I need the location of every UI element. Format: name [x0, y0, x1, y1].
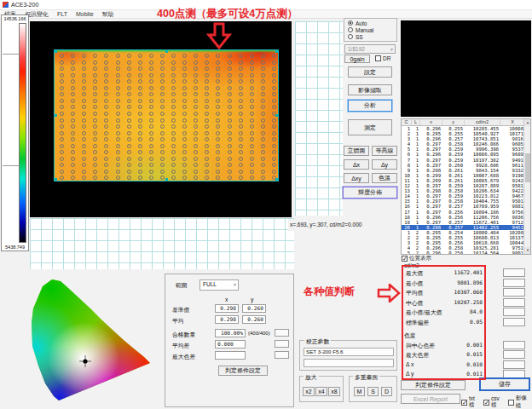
judge-condition-button-mid[interactable]: 判定條件設定 [218, 366, 268, 376]
selection-handle[interactable] [55, 114, 57, 117]
judge-condition-button[interactable]: 判定條件設定 [401, 380, 466, 390]
settings-button[interactable]: 設定 [348, 66, 392, 78]
menu-mobile[interactable]: Mobile [76, 11, 94, 17]
selection-handle[interactable] [55, 50, 57, 53]
zoom-group: 放大 x2 x4 x8 [299, 376, 344, 402]
measure-point [82, 131, 86, 135]
measure-point [239, 131, 243, 135]
measure-point [138, 170, 142, 174]
scroll-down-icon[interactable]: ▼ [524, 247, 531, 254]
excel-report-button[interactable]: Excel Report [401, 394, 460, 404]
surface3d-button[interactable]: 立體圖 [344, 146, 369, 156]
judge-box [503, 360, 525, 369]
measure-point [194, 176, 198, 180]
measure-point [138, 163, 142, 167]
color-temp-button[interactable]: 色溫 [372, 173, 397, 183]
selection-handle[interactable] [55, 178, 57, 181]
measure-point [71, 105, 75, 109]
export-check[interactable]: ✓txt檔 [461, 395, 480, 409]
delta-x-button[interactable]: Δx [344, 159, 369, 170]
measure-point [116, 176, 120, 180]
save-button[interactable]: 儲存 [480, 378, 529, 390]
export-check[interactable]: 影像檔 [508, 395, 532, 409]
measure-point [71, 66, 75, 71]
scroll-thumb[interactable] [525, 153, 530, 182]
delta-xy-button[interactable]: Δxy [344, 173, 369, 183]
exposure-value: 1/8192 [348, 46, 365, 52]
multi-s-button[interactable]: S [367, 387, 379, 396]
zoom-x4-button[interactable]: x4 [315, 387, 327, 396]
capture-image-button[interactable]: 影像擷取 [348, 84, 392, 95]
judge-box [275, 340, 289, 348]
measure-point [194, 137, 198, 141]
delta-y-button[interactable]: Δy [372, 159, 397, 170]
contour-button[interactable]: 等高線 [372, 146, 397, 156]
selection-handle[interactable] [275, 114, 278, 117]
reference-y-field[interactable]: 0.260 [242, 304, 266, 313]
dr-checkbox[interactable] [375, 55, 381, 61]
measure-point [171, 66, 176, 71]
zero-gain-button[interactable]: 0gain [344, 55, 370, 63]
exposure-select[interactable]: 1/8192▼ [344, 44, 396, 54]
radio-ss[interactable]: SS [344, 33, 396, 40]
measure-point [216, 92, 220, 96]
measure-point [250, 105, 254, 109]
measure-point [138, 54, 142, 58]
average-x-field[interactable]: 0.298 [215, 315, 239, 324]
right-arrow-icon [377, 284, 401, 302]
measure-point [194, 73, 198, 78]
measure-point [272, 131, 276, 135]
radio-icon[interactable] [348, 27, 353, 32]
menu-flt[interactable]: FLT [57, 11, 67, 17]
scroll-up-icon[interactable]: ▲ [524, 119, 531, 126]
measure-point [261, 105, 265, 109]
multi-d-button[interactable]: D [381, 387, 392, 396]
radio-manual[interactable]: Manual [344, 26, 396, 33]
measure-point [205, 176, 209, 180]
measure-point [228, 150, 232, 154]
measure-point [272, 137, 276, 141]
measure-point [216, 150, 220, 154]
average-y-field[interactable]: 0.260 [242, 315, 266, 324]
chevron-down-icon: ▼ [233, 280, 237, 289]
luminance-heatmap[interactable] [54, 49, 279, 181]
radio-icon[interactable] [348, 34, 353, 39]
table-scrollbar[interactable]: ▲ ▼ [523, 119, 530, 254]
checkbox-checked[interactable]: ✓ [461, 400, 467, 406]
menu-help[interactable]: 幫助 [102, 10, 114, 19]
measure-point [116, 118, 120, 123]
measure-point [228, 73, 232, 78]
selection-handle[interactable] [275, 50, 278, 53]
measure-point [93, 157, 97, 161]
measurement-table[interactable]: CLxycd/m2X 110.2960.25510285.45510008210… [401, 118, 531, 255]
range-select[interactable]: FULL▼ [200, 279, 239, 291]
measure-point [228, 86, 232, 90]
radio-icon[interactable] [348, 20, 353, 26]
measure-point [239, 60, 243, 65]
selection-handle[interactable] [165, 50, 168, 53]
export-check[interactable]: ✓csv檔 [483, 395, 505, 409]
cie-chromaticity-diagram[interactable] [24, 269, 160, 407]
selection-handle[interactable] [275, 178, 278, 181]
luminance-dist-button[interactable]: 輝度分佈 [343, 187, 397, 199]
measure-point [182, 92, 187, 96]
radio-auto[interactable]: Auto [344, 20, 396, 26]
measure-point [71, 176, 75, 180]
measure-point [93, 144, 97, 148]
analyze-button[interactable]: 分析 [348, 100, 392, 112]
reference-x-field[interactable]: 0.298 [215, 304, 239, 313]
measure-point [60, 150, 64, 154]
measure-point [182, 79, 187, 84]
checkbox-checked[interactable]: ✓ [483, 400, 489, 406]
zoom-x2-button[interactable]: x2 [303, 387, 315, 396]
measure-point [228, 92, 232, 96]
zoom-x8-button[interactable]: x8 [328, 387, 340, 396]
measure-button[interactable]: 測定 [348, 119, 392, 135]
checkbox-unchecked[interactable] [508, 400, 514, 406]
position-checkbox[interactable]: ✓ [402, 256, 408, 262]
multi-m-button[interactable]: M [354, 387, 365, 396]
measure-point [171, 150, 176, 154]
measure-point [116, 86, 120, 90]
measure-point [250, 150, 254, 154]
selection-handle[interactable] [165, 178, 168, 181]
